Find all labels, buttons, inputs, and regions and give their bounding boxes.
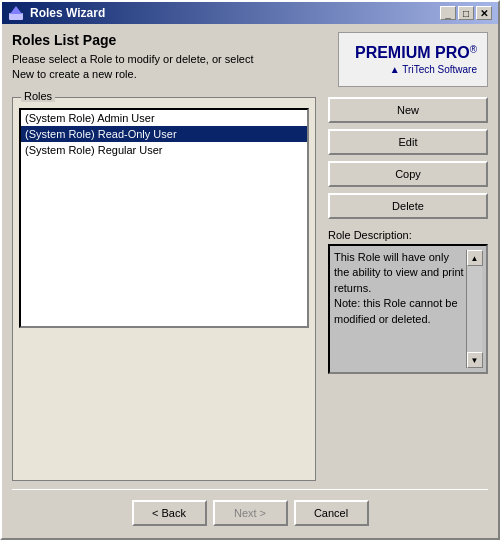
logo-premium: PREMIUM PRO [355, 44, 470, 61]
role-description-label: Role Description: [328, 229, 488, 241]
scroll-track [467, 266, 482, 352]
minimize-button[interactable]: _ [440, 6, 456, 20]
bottom-navigation: < Back Next > Cancel [12, 496, 488, 530]
next-button[interactable]: Next > [213, 500, 288, 526]
svg-marker-1 [10, 6, 22, 14]
scroll-up-button[interactable]: ▲ [467, 250, 483, 266]
list-item[interactable]: (System Role) Admin User [21, 110, 307, 126]
delete-button[interactable]: Delete [328, 193, 488, 219]
maximize-button[interactable]: □ [458, 6, 474, 20]
back-button[interactable]: < Back [132, 500, 207, 526]
edit-button[interactable]: Edit [328, 129, 488, 155]
header-desc-line2: New to create a new role. [12, 67, 254, 82]
svg-rect-0 [9, 13, 23, 20]
window-title: Roles Wizard [30, 6, 105, 20]
separator [12, 489, 488, 490]
new-button[interactable]: New [328, 97, 488, 123]
scroll-down-button[interactable]: ▼ [467, 352, 483, 368]
role-description-text: This Role will have only the ability to … [334, 250, 466, 368]
roles-group: Roles (System Role) Admin User (System R… [12, 97, 316, 481]
cancel-button[interactable]: Cancel [294, 500, 369, 526]
role-description-section: Role Description: This Role will have on… [328, 229, 488, 374]
role-item-label: (System Role) Read-Only User [25, 128, 177, 140]
header-left: Roles List Page Please select a Role to … [12, 32, 254, 83]
logo-tagline: ▲ TriTech Software [390, 64, 477, 75]
close-button[interactable]: ✕ [476, 6, 492, 20]
page-title: Roles List Page [12, 32, 254, 48]
content-area: Roles List Page Please select a Role to … [2, 24, 498, 538]
role-description-box: This Role will have only the ability to … [328, 244, 488, 374]
wizard-icon [8, 5, 24, 21]
logo-area: PREMIUM PRO® ▲ TriTech Software [338, 32, 488, 87]
scrollbar: ▲ ▼ [466, 250, 482, 368]
logo-premium-text: PREMIUM PRO® [355, 44, 477, 62]
right-panel: New Edit Copy Delete Role Description: T… [328, 97, 488, 481]
role-item-label: (System Role) Regular User [25, 144, 163, 156]
header-desc-line1: Please select a Role to modify or delete… [12, 52, 254, 67]
title-bar: Roles Wizard _ □ ✕ [2, 2, 498, 24]
roles-wizard-window: Roles Wizard _ □ ✕ Roles List Page Pleas… [0, 0, 500, 540]
list-item[interactable]: (System Role) Regular User [21, 142, 307, 158]
list-item[interactable]: (System Role) Read-Only User [21, 126, 307, 142]
copy-button[interactable]: Copy [328, 161, 488, 187]
roles-listbox[interactable]: (System Role) Admin User (System Role) R… [19, 108, 309, 328]
title-controls: _ □ ✕ [440, 6, 492, 20]
title-bar-left: Roles Wizard [8, 5, 105, 21]
roles-group-label: Roles [21, 90, 55, 102]
main-body: Roles (System Role) Admin User (System R… [12, 97, 488, 481]
header-section: Roles List Page Please select a Role to … [12, 32, 488, 87]
role-item-label: (System Role) Admin User [25, 112, 155, 124]
logo-registered: ® [470, 44, 477, 55]
